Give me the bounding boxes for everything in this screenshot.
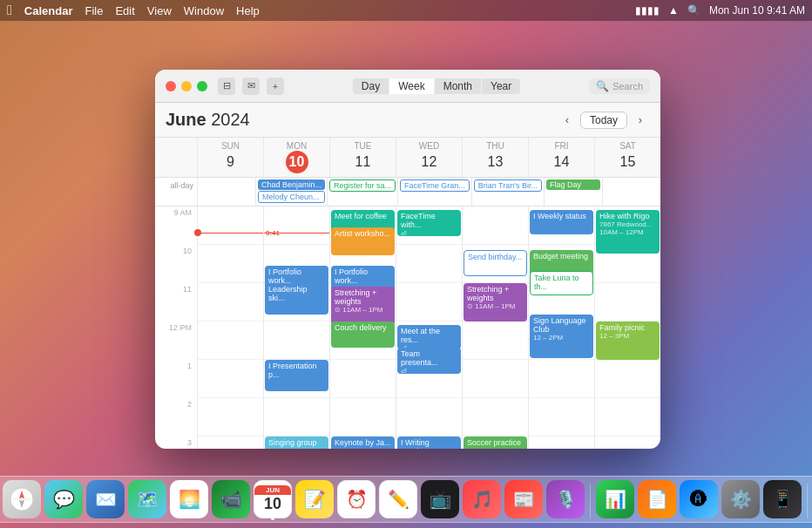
time-gutter-header xyxy=(155,138,197,177)
dock-icon-safari[interactable] xyxy=(3,480,41,518)
event-send-birthday[interactable]: Send birthday... xyxy=(464,250,527,276)
allday-fri: Flag Day xyxy=(544,178,602,206)
today-btn[interactable]: Today xyxy=(580,112,627,129)
col-wed: FaceTime with... ⏎ Meet at the res... ⏎ … xyxy=(396,206,462,449)
menu-edit[interactable]: Edit xyxy=(115,4,134,17)
event-team-presenta[interactable]: Team presenta... ⏎ xyxy=(397,348,461,374)
event-take-luna[interactable]: Take Luna to th... xyxy=(530,271,593,295)
clock: Mon Jun 10 9:41 AM xyxy=(709,4,805,17)
dock-icon-podcasts[interactable]: 🎙️ xyxy=(546,480,585,518)
menu-app-name[interactable]: Calendar xyxy=(24,4,73,17)
menu-bar-left:  Calendar File Edit View Window Help xyxy=(7,3,260,18)
event-keynote-ja[interactable]: Keynote by Ja... xyxy=(331,437,395,449)
allday-row: all-day Chad Benjamin... Melody Cheun...… xyxy=(155,178,660,206)
week-view-btn[interactable]: Week xyxy=(389,78,433,94)
event-sign-language[interactable]: Sign Language Club 12 – 2PM xyxy=(530,315,593,358)
search-icon: 🔍 xyxy=(596,80,609,92)
minimize-button[interactable] xyxy=(181,81,192,91)
day-header-tue[interactable]: Tue 11 xyxy=(329,138,396,177)
event-stretching-tue[interactable]: Stretching + weights ⊙ 11AM – 1PM xyxy=(331,287,395,325)
allday-thu: Brian Tran's Bir... xyxy=(471,178,544,206)
dock-separator xyxy=(590,484,591,518)
month-view-btn[interactable]: Month xyxy=(435,78,481,94)
day-view-btn[interactable]: Day xyxy=(353,78,389,94)
allday-sat xyxy=(602,178,660,206)
dock-icon-appletv[interactable]: 📺 xyxy=(421,480,459,518)
col-fri: I Weekly status Budget meeting Take Luna… xyxy=(528,206,594,449)
search-box[interactable]: 🔍 Search xyxy=(589,78,650,94)
time-labels: 9 AM 10 11 12 PM 1 2 3 4 5 6 7 8 xyxy=(155,206,197,449)
dock-icon-calendar[interactable]: JUN 10 xyxy=(254,480,292,518)
event-brian-tran[interactable]: Brian Tran's Bir... xyxy=(474,179,542,192)
title-bar-right: 🔍 Search xyxy=(589,78,650,94)
fullscreen-button[interactable] xyxy=(197,81,207,91)
dock: 🚀 💬 ✉️ 🗺️ 🌅 📹 JUN 10 📝 ⏰ ✏️ 📺 🎵 📰 🎙️ 📊 📄… xyxy=(0,476,812,523)
event-flag-day[interactable]: Flag Day xyxy=(546,179,600,190)
dock-icon-messages[interactable]: 💬 xyxy=(44,480,83,518)
year-view-btn[interactable]: Year xyxy=(482,78,520,94)
menu-file[interactable]: File xyxy=(85,4,103,17)
time-11: 11 xyxy=(155,283,197,322)
col-mon: 9:41 I Portfolio work... Leadership ski.… xyxy=(263,206,329,449)
event-leadership-mon[interactable]: Leadership ski... xyxy=(265,283,328,315)
event-facetime-with[interactable]: FaceTime with... ⏎ xyxy=(397,210,461,236)
allday-sun xyxy=(197,178,255,206)
day-header-sun[interactable]: Sun 9 xyxy=(197,138,263,177)
event-singing-mon[interactable]: Singing group xyxy=(265,437,328,449)
event-weekly-status[interactable]: I Weekly status xyxy=(530,210,593,234)
event-soccer[interactable]: Soccer practice ⏎ xyxy=(464,437,527,449)
event-stretching-thu[interactable]: Stretching + weights ⊙ 11AM – 1PM xyxy=(464,283,527,322)
menu-view[interactable]: View xyxy=(147,4,172,17)
dock-icon-freeform[interactable]: ✏️ xyxy=(379,480,417,518)
event-writing-session[interactable]: I Writing sessio... ⏎ xyxy=(397,437,461,449)
apple-menu[interactable]:  xyxy=(7,3,12,18)
time-9am: 9 AM xyxy=(155,206,197,245)
event-meet-res[interactable]: Meet at the res... ⏎ xyxy=(397,325,461,349)
dock-icon-iphone[interactable]: 📱 xyxy=(763,480,802,518)
sidebar-toggle[interactable]: ⊟ xyxy=(218,78,235,95)
traffic-lights xyxy=(166,81,207,91)
menu-help[interactable]: Help xyxy=(236,4,260,17)
allday-wed: FaceTime Gran... xyxy=(397,178,471,206)
dock-icon-appstore[interactable]: 🅐 xyxy=(680,480,718,518)
dock-icon-news[interactable]: 📰 xyxy=(504,480,543,518)
dock-icon-mail[interactable]: ✉️ xyxy=(86,480,125,518)
calendar-nav: ‹ Today › xyxy=(558,111,650,130)
dock-icon-pages[interactable]: 📄 xyxy=(638,480,676,518)
next-btn[interactable]: › xyxy=(631,111,650,130)
event-facetime-gran[interactable]: FaceTime Gran... xyxy=(400,179,470,192)
event-hike[interactable]: Hike with Rigo 7867 Redwood... 10AM – 12… xyxy=(596,210,660,254)
col-sat: Hike with Rigo 7867 Redwood... 10AM – 12… xyxy=(594,206,660,449)
event-couch-delivery[interactable]: Couch delivery xyxy=(331,322,395,348)
day-header-wed[interactable]: Wed 12 xyxy=(396,138,462,177)
day-header-thu[interactable]: Thu 13 xyxy=(462,138,528,177)
dock-icon-settings[interactable]: ⚙️ xyxy=(721,480,760,518)
menu-window[interactable]: Window xyxy=(184,4,224,17)
dock-icon-music[interactable]: 🎵 xyxy=(463,480,501,518)
allday-mon: Chad Benjamin... Melody Cheun... xyxy=(255,178,327,206)
dock-icon-numbers[interactable]: 📊 xyxy=(596,480,634,518)
dock-icon-facetime[interactable]: 📹 xyxy=(212,480,250,518)
event-chad-benjamin[interactable]: Chad Benjamin... xyxy=(258,179,325,190)
event-presentation-mon[interactable]: I Presentation p... xyxy=(265,360,328,391)
day-header-mon[interactable]: Mon 10 xyxy=(263,138,329,177)
event-register[interactable]: Register for sa... xyxy=(329,179,396,192)
col-thu: Send birthday... Stretching + weights ⊙ … xyxy=(462,206,528,449)
calendar-window: ⊟ ✉ + Day Week Month Year 🔍 Search June … xyxy=(155,70,660,449)
prev-btn[interactable]: ‹ xyxy=(558,111,577,130)
dock-icon-notes[interactable]: 📝 xyxy=(295,480,334,518)
day-header-fri[interactable]: Fri 14 xyxy=(528,138,594,177)
close-button[interactable] xyxy=(166,81,176,91)
event-melody[interactable]: Melody Cheun... xyxy=(258,191,325,203)
time-10: 10 xyxy=(155,245,197,283)
email-button[interactable]: ✉ xyxy=(242,78,260,95)
add-event-button[interactable]: + xyxy=(267,78,284,95)
dock-icon-reminders[interactable]: ⏰ xyxy=(337,480,376,518)
calendar-header: June 2024 ‹ Today › xyxy=(155,103,660,138)
day-header-sat[interactable]: Sat 15 xyxy=(594,138,660,177)
dock-icon-maps[interactable]: 🗺️ xyxy=(128,480,166,518)
event-artist-workshop[interactable]: Artist worksho... xyxy=(331,227,395,255)
event-family-picnic[interactable]: Family picnic 12 – 3PM xyxy=(596,322,660,360)
dock-icon-photos[interactable]: 🌅 xyxy=(170,480,208,518)
time-12pm: 12 PM xyxy=(155,322,197,360)
